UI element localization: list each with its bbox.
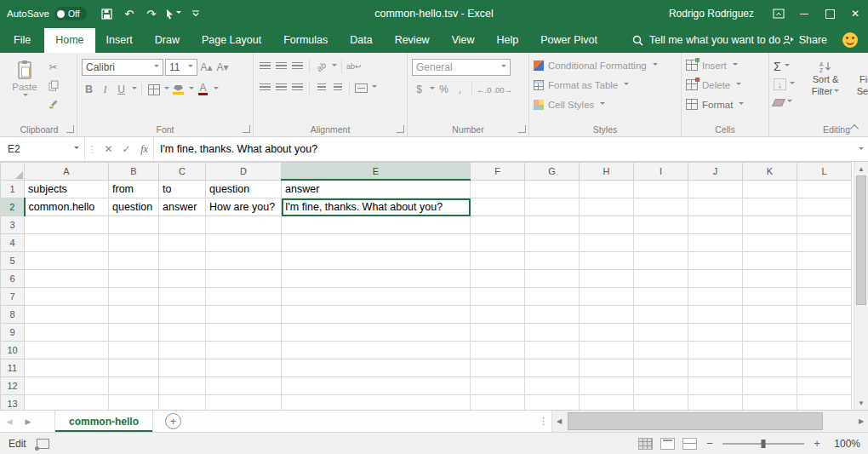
cell-F3[interactable] — [471, 216, 525, 234]
cell-K12[interactable] — [743, 377, 797, 395]
cell-F4[interactable] — [471, 234, 525, 252]
cell-E8[interactable] — [282, 306, 471, 324]
cell-C13[interactable] — [159, 395, 206, 411]
column-header-F[interactable]: F — [471, 163, 525, 181]
cell-A4[interactable] — [25, 234, 109, 252]
cell-styles-button[interactable]: Cell Styles — [534, 95, 677, 113]
cell-J12[interactable] — [688, 377, 743, 395]
cell-G13[interactable] — [525, 395, 580, 411]
sheet-nav-left-icon[interactable]: ◀ — [0, 417, 19, 426]
cell-B9[interactable] — [109, 324, 159, 342]
cell-H8[interactable] — [580, 306, 634, 324]
cell-L13[interactable] — [797, 395, 852, 411]
cell-E3[interactable] — [282, 216, 471, 234]
cell-L11[interactable] — [797, 359, 852, 377]
merge-center-icon[interactable] — [354, 80, 368, 95]
collapse-ribbon-button[interactable] — [849, 122, 861, 132]
orientation-icon[interactable]: ab — [314, 59, 328, 74]
cell-F5[interactable] — [471, 252, 525, 270]
cell-J13[interactable] — [688, 395, 743, 411]
cell-I1[interactable] — [634, 180, 688, 198]
cell-F7[interactable] — [471, 288, 525, 306]
zoom-in-button[interactable]: + — [812, 437, 822, 450]
row-header-7[interactable]: 7 — [1, 288, 25, 306]
cell-H11[interactable] — [580, 359, 634, 377]
tab-draw[interactable]: Draw — [144, 28, 191, 53]
minimize-button[interactable] — [791, 0, 817, 27]
cell-L8[interactable] — [797, 306, 852, 324]
cell-G6[interactable] — [525, 270, 580, 288]
cell-A9[interactable] — [25, 324, 109, 342]
tell-me-box[interactable]: Tell me what you want to do — [632, 34, 780, 46]
cell-C2[interactable]: answer — [159, 198, 206, 216]
cell-L6[interactable] — [797, 270, 852, 288]
undo-icon[interactable]: ↶ — [119, 0, 140, 27]
number-dialog-launcher-icon[interactable] — [518, 125, 526, 133]
cell-G12[interactable] — [525, 377, 580, 395]
cell-K1[interactable] — [743, 180, 797, 198]
cell-F6[interactable] — [471, 270, 525, 288]
underline-button[interactable]: U — [114, 82, 128, 97]
vertical-scroll-thumb[interactable] — [856, 175, 866, 305]
cell-J9[interactable] — [688, 324, 743, 342]
cell-A6[interactable] — [25, 270, 109, 288]
alignment-dialog-launcher-icon[interactable] — [397, 125, 404, 133]
cell-C3[interactable] — [159, 216, 206, 234]
cell-J10[interactable] — [688, 342, 743, 359]
cell-J2[interactable] — [688, 198, 743, 216]
zoom-out-button[interactable]: − — [705, 437, 715, 450]
cell-H3[interactable] — [580, 216, 634, 234]
increase-indent-icon[interactable] — [330, 80, 345, 95]
cell-I4[interactable] — [634, 234, 688, 252]
cell-D13[interactable] — [206, 395, 282, 411]
cell-L10[interactable] — [797, 342, 852, 359]
cell-D9[interactable] — [206, 324, 282, 342]
insert-cells-button[interactable]: Insert — [686, 56, 764, 74]
cell-I8[interactable] — [634, 306, 688, 324]
cell-B7[interactable] — [109, 288, 159, 306]
cell-D3[interactable] — [206, 216, 282, 234]
cell-K6[interactable] — [743, 270, 797, 288]
column-header-G[interactable]: G — [525, 163, 580, 181]
cell-C10[interactable] — [159, 342, 206, 359]
save-icon[interactable] — [97, 0, 117, 27]
increase-decimal-icon[interactable]: ←.0 — [477, 82, 491, 97]
customize-quick-access-toolbar-icon[interactable] — [186, 0, 206, 27]
cell-B1[interactable]: from — [109, 180, 159, 198]
share-button[interactable]: Share — [783, 34, 827, 46]
cell-C6[interactable] — [159, 270, 206, 288]
fill-color-button[interactable] — [171, 82, 186, 97]
cell-D7[interactable] — [206, 288, 282, 306]
cell-K5[interactable] — [743, 252, 797, 270]
ribbon-display-options-icon[interactable] — [766, 0, 791, 27]
delete-cells-button[interactable]: Delete — [686, 76, 764, 94]
tab-power-pivot[interactable]: Power Pivot — [529, 28, 608, 53]
select-all-button[interactable] — [1, 163, 25, 181]
name-box[interactable]: E2 — [0, 137, 85, 161]
cell-A7[interactable] — [25, 288, 109, 306]
cell-F10[interactable] — [471, 342, 525, 359]
zoom-slider-thumb[interactable] — [762, 440, 766, 448]
autosum-button[interactable]: Σ — [774, 59, 799, 74]
macro-record-icon[interactable] — [37, 439, 49, 449]
cell-I2[interactable] — [634, 198, 688, 216]
tab-insert[interactable]: Insert — [95, 28, 144, 53]
increase-font-size-icon[interactable]: A▴ — [199, 60, 214, 75]
cell-C12[interactable] — [159, 377, 206, 395]
align-center-icon[interactable] — [274, 80, 288, 95]
cell-G10[interactable] — [525, 342, 580, 359]
cell-G7[interactable] — [525, 288, 580, 306]
cell-D1[interactable]: question — [206, 180, 282, 198]
row-header-9[interactable]: 9 — [1, 324, 25, 342]
cell-L4[interactable] — [797, 234, 852, 252]
cell-C8[interactable] — [159, 306, 206, 324]
find-select-button[interactable]: Find & Select — [852, 57, 868, 114]
cell-K7[interactable] — [743, 288, 797, 306]
sheet-tab-common-hello[interactable]: common-hello — [54, 411, 153, 432]
page-break-view-button[interactable] — [682, 438, 697, 450]
cell-K2[interactable] — [743, 198, 797, 216]
row-header-2[interactable]: 2 — [1, 198, 25, 216]
scroll-down-icon[interactable]: ▼ — [854, 396, 868, 410]
cell-D2[interactable]: How are you? — [206, 198, 282, 216]
column-header-I[interactable]: I — [634, 163, 688, 181]
